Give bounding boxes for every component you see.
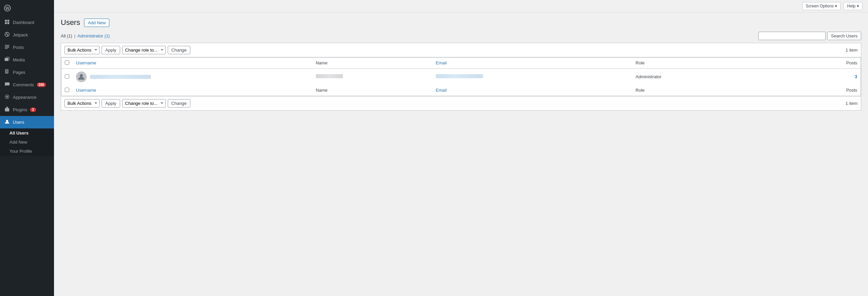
sidebar: W Dashboard Jetpack Posts Media Pages <box>0 0 54 296</box>
help-button[interactable]: Help ▾ <box>843 2 863 10</box>
row-username-cell <box>73 68 313 85</box>
sidebar-item-appearance-label: Appearance <box>13 95 36 100</box>
sidebar-item-dashboard-label: Dashboard <box>13 20 34 25</box>
name-blurred <box>316 74 343 78</box>
help-label: Help <box>847 4 856 8</box>
col-header-name: Name <box>313 57 432 68</box>
svg-rect-19 <box>5 108 9 112</box>
search-users-input[interactable] <box>758 32 826 40</box>
add-new-button[interactable]: Add New <box>84 19 109 27</box>
sidebar-item-dashboard[interactable]: Dashboard <box>0 16 54 29</box>
sidebar-item-posts[interactable]: Posts <box>0 41 54 54</box>
search-users-button[interactable]: Search Users <box>827 32 861 40</box>
row-role-cell: Administrator <box>632 68 752 85</box>
appearance-icon <box>4 94 10 100</box>
sidebar-item-users[interactable]: Users <box>0 116 54 128</box>
submenu-add-new[interactable]: Add New <box>0 138 54 147</box>
main-content: Screen Options ▾ Help ▾ Users Add New Al… <box>54 0 868 296</box>
sidebar-item-media-label: Media <box>13 57 25 62</box>
username-sort-link[interactable]: Username <box>76 60 96 65</box>
col-header-username: Username <box>73 57 313 68</box>
svg-rect-12 <box>5 48 8 49</box>
help-chevron-icon: ▾ <box>857 4 859 8</box>
svg-rect-9 <box>5 45 9 46</box>
svg-rect-13 <box>5 58 8 61</box>
col-footer-username: Username <box>73 85 313 96</box>
bulk-actions-select-top[interactable]: Bulk Actions <box>64 46 100 54</box>
col-footer-name: Name <box>313 85 432 96</box>
plugins-badge: 3 <box>30 108 36 112</box>
select-all-footer-checkbox[interactable] <box>65 88 69 92</box>
filter-administrator-link[interactable]: Administrator (1) <box>77 33 110 38</box>
svg-rect-20 <box>6 109 6 110</box>
svg-rect-21 <box>8 109 8 110</box>
row-select-checkbox[interactable] <box>65 74 69 79</box>
username-footer-sort-link[interactable]: Username <box>76 88 96 93</box>
row-posts-cell: 3 <box>752 68 861 85</box>
svg-rect-5 <box>7 22 9 24</box>
user-avatar <box>76 71 87 82</box>
svg-point-23 <box>80 74 83 77</box>
filter-all-link[interactable]: All (1) <box>61 33 72 38</box>
users-icon <box>4 119 10 125</box>
row-name-cell <box>313 68 432 85</box>
row-checkbox-cell <box>61 68 73 85</box>
sidebar-item-appearance[interactable]: Appearance <box>0 91 54 103</box>
pages-icon <box>4 69 10 76</box>
sidebar-item-comments-label: Comments <box>13 82 34 87</box>
select-all-checkbox[interactable] <box>65 60 69 65</box>
users-submenu: All Users Add New Your Profile <box>0 128 54 156</box>
sidebar-item-jetpack[interactable]: Jetpack <box>0 29 54 41</box>
apply-button-top[interactable]: Apply <box>102 46 120 54</box>
plugins-icon <box>4 107 10 113</box>
sidebar-item-users-label: Users <box>13 120 24 125</box>
svg-point-17 <box>6 96 8 98</box>
filter-links: All (1) | Administrator (1) <box>61 33 110 38</box>
col-footer-email: Email <box>432 85 632 96</box>
email-sort-link[interactable]: Email <box>436 60 447 65</box>
col-header-cb <box>61 57 73 68</box>
svg-rect-3 <box>7 20 9 22</box>
change-role-select-top[interactable]: Change role to... <box>122 46 166 54</box>
wp-logo: W <box>0 0 54 16</box>
sidebar-item-pages[interactable]: Pages <box>0 66 54 79</box>
email-blurred <box>436 74 483 78</box>
page-title: Users <box>61 18 80 28</box>
username-blurred <box>90 75 151 79</box>
media-icon <box>4 57 10 63</box>
posts-icon <box>4 44 10 51</box>
col-footer-posts: Posts <box>752 85 861 96</box>
table-header-row: Username Name Email Role Posts <box>61 57 861 68</box>
sidebar-item-plugins[interactable]: Plugins 3 <box>0 103 54 116</box>
change-role-select-bottom[interactable]: Change role to... <box>122 99 166 108</box>
col-header-role: Role <box>632 57 752 68</box>
posts-count-link[interactable]: 3 <box>855 74 857 79</box>
table-row: Administrator 3 <box>61 68 861 85</box>
users-arrow <box>51 120 54 125</box>
change-button-bottom[interactable]: Change <box>168 99 191 108</box>
table-bottom-toolbar: Bulk Actions Apply Change role to... Cha… <box>61 96 861 110</box>
sidebar-item-jetpack-label: Jetpack <box>13 32 28 37</box>
sidebar-item-comments[interactable]: Comments 306 <box>0 79 54 91</box>
sidebar-item-media[interactable]: Media <box>0 54 54 66</box>
col-header-posts: Posts <box>752 57 861 68</box>
table-bottom-toolbar-left: Bulk Actions Apply Change role to... Cha… <box>64 99 190 108</box>
col-header-email: Email <box>432 57 632 68</box>
submenu-your-profile[interactable]: Your Profile <box>0 147 54 156</box>
col-footer-role: Role <box>632 85 752 96</box>
comments-badge: 306 <box>37 83 46 87</box>
change-button-top[interactable]: Change <box>168 46 191 54</box>
table-top-toolbar-left: Bulk Actions Apply Change role to... Cha… <box>64 46 190 54</box>
svg-rect-2 <box>5 20 7 22</box>
bulk-actions-select-bottom[interactable]: Bulk Actions <box>64 99 100 108</box>
svg-point-22 <box>6 120 8 122</box>
screen-options-button[interactable]: Screen Options ▾ <box>802 2 841 10</box>
email-footer-sort-link[interactable]: Email <box>436 88 447 93</box>
apply-button-bottom[interactable]: Apply <box>102 99 120 108</box>
dashboard-icon <box>4 19 10 26</box>
svg-rect-18 <box>6 107 8 108</box>
table-footer-row: Username Name Email Role Posts <box>61 85 861 96</box>
username-with-avatar <box>76 71 309 82</box>
svg-rect-11 <box>5 47 9 48</box>
submenu-all-users[interactable]: All Users <box>0 128 54 138</box>
